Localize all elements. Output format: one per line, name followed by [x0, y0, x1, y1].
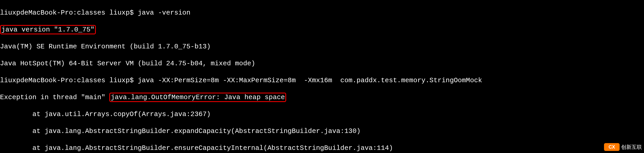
highlight-oom-error: java.lang.OutOfMemoryError: Java heap sp…: [109, 93, 286, 102]
terminal-line: liuxpdeMacBook-Pro:classes liuxp$ java -…: [0, 9, 644, 17]
stack-trace-line: at java.util.Arrays.copyOf(Arrays.java:2…: [0, 110, 644, 119]
terminal-line: Java(TM) SE Runtime Environment (build 1…: [0, 42, 644, 51]
terminal-line: Exception in thread "main" java.lang.Out…: [0, 93, 644, 102]
stack-trace-line: at java.lang.AbstractStringBuilder.ensur…: [0, 144, 644, 152]
terminal-line: liuxpdeMacBook-Pro:classes liuxp$ java -…: [0, 76, 644, 85]
stack-trace-line: at java.lang.AbstractStringBuilder.expan…: [0, 127, 644, 136]
watermark-badge-icon: CX: [604, 143, 620, 151]
watermark: CX 创新互联: [604, 143, 642, 151]
watermark-text: 创新互联: [621, 144, 642, 150]
terminal-line: java version "1.7.0_75": [0, 26, 644, 34]
highlight-java-version: java version "1.7.0_75": [0, 25, 96, 34]
terminal-output: liuxpdeMacBook-Pro:classes liuxp$ java -…: [0, 0, 644, 153]
terminal-line: Java HotSpot(TM) 64-Bit Server VM (build…: [0, 59, 644, 68]
exception-prefix: Exception in thread "main": [0, 93, 109, 101]
